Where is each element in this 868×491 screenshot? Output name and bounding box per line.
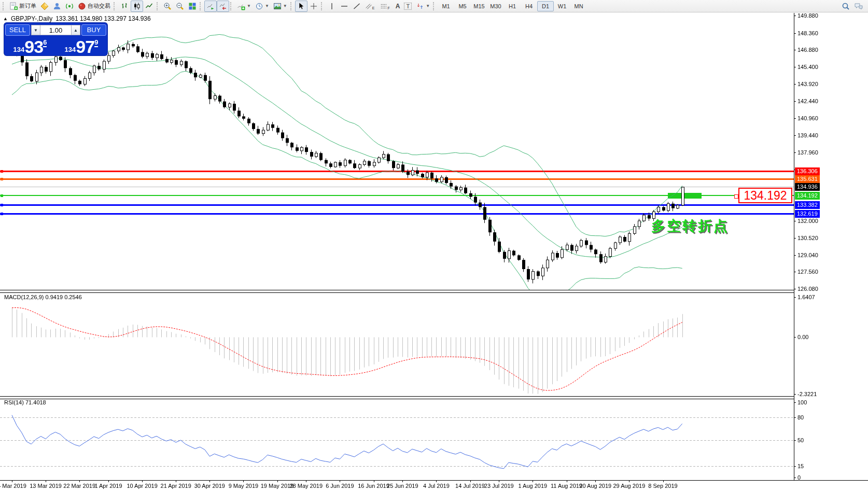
bar-chart-button[interactable] — [118, 1, 131, 12]
zoom-in-button[interactable] — [161, 1, 174, 12]
timeframe-button-m30[interactable]: M30 — [487, 1, 504, 11]
chart-title: ▲ GBPJPY-,Daily 133.361 134.980 133.297 … — [3, 15, 151, 22]
timeframe-button-m1[interactable]: M1 — [438, 1, 454, 11]
text-label-icon: T — [404, 3, 412, 10]
community-button[interactable] — [51, 1, 63, 12]
toolbar-grip[interactable] — [114, 2, 116, 10]
channel-button[interactable]: E — [363, 1, 379, 12]
price-callout[interactable]: 134.192 — [738, 188, 792, 203]
bar-chart-icon — [120, 2, 129, 10]
indicators-icon — [237, 2, 245, 10]
clock-icon — [255, 2, 263, 10]
sell-price[interactable]: 134 93 6 — [5, 37, 55, 55]
chart-shift-button[interactable] — [217, 1, 229, 12]
date-axis-tick-mark — [46, 481, 46, 482]
price-axis-tick: 140.960 — [797, 115, 818, 121]
date-axis-tick-mark — [402, 481, 403, 482]
toolbar: 新订单 自动交易 — [0, 0, 868, 12]
templates-button[interactable]: ▼ — [271, 1, 289, 12]
toolbar-grip[interactable] — [200, 2, 202, 10]
turning-point-annotation[interactable]: 多空转折点 — [651, 217, 729, 235]
date-axis-tick-mark — [499, 481, 499, 482]
line-anchor[interactable] — [1, 213, 3, 215]
rsi-axis-tick: 15 — [797, 463, 804, 469]
macd-name: MACD(12,26,9) — [4, 294, 44, 300]
timeframe-button-m5[interactable]: M5 — [454, 1, 471, 11]
trade-panel-price-row: 134 93 6 134 97 9 — [4, 36, 107, 56]
buy-price[interactable]: 134 97 9 — [57, 37, 106, 55]
line-anchor[interactable] — [1, 178, 3, 180]
text-label-button[interactable]: T — [402, 1, 414, 12]
date-axis-tick-mark — [108, 481, 109, 482]
cursor-button[interactable] — [295, 1, 307, 12]
date-axis-tick-mark — [306, 481, 306, 482]
vertical-line-button[interactable] — [326, 1, 338, 12]
date-axis-tick-mark — [436, 481, 437, 482]
chat-icon[interactable] — [854, 2, 863, 10]
periods-button[interactable]: ▼ — [253, 1, 271, 12]
zoom-out-button[interactable] — [174, 1, 186, 12]
price-level-tag: 134.936 — [795, 183, 820, 191]
new-order-icon — [9, 2, 18, 10]
buy-price-pips: 97 — [76, 38, 94, 55]
pane-separator-rsi[interactable] — [0, 396, 794, 399]
timeframe-button-w1[interactable]: W1 — [554, 1, 570, 11]
price-axis-tick: 139.440 — [797, 132, 818, 138]
callout-anchor[interactable] — [734, 194, 738, 199]
volume-up-button[interactable]: ▲ — [71, 25, 80, 35]
toolbar-right — [842, 2, 866, 10]
toolbar-grip[interactable] — [3, 2, 5, 10]
trendline-button[interactable] — [351, 1, 363, 12]
toolbar-grip[interactable] — [321, 2, 324, 10]
fibonacci-letter: F — [387, 6, 389, 10]
auto-scroll-button[interactable] — [204, 1, 217, 12]
volume-input[interactable]: 1.00 — [40, 25, 71, 35]
quotes-button[interactable] — [38, 1, 51, 12]
toolbar-grip[interactable] — [290, 2, 293, 10]
autotrading-button[interactable]: 自动交易 — [76, 1, 113, 12]
date-axis-tick-mark — [629, 481, 629, 482]
toolbar-grip[interactable] — [230, 2, 233, 10]
candlestick-icon — [133, 2, 141, 10]
search-icon[interactable] — [842, 2, 850, 10]
tile-windows-button[interactable] — [186, 1, 199, 12]
collapse-arrow-icon[interactable]: ▲ — [3, 16, 8, 21]
buy-button[interactable]: BUY — [81, 24, 106, 36]
new-order-button[interactable]: 新订单 — [7, 1, 38, 12]
timeframe-button-mn[interactable]: MN — [570, 1, 587, 11]
line-anchor[interactable] — [1, 194, 3, 197]
toolbar-grip[interactable] — [433, 2, 436, 10]
signals-button[interactable] — [63, 1, 76, 12]
sell-button[interactable]: SELL — [5, 24, 30, 36]
crosshair-button[interactable] — [307, 1, 320, 12]
candlestick-button[interactable] — [131, 1, 143, 12]
rsi-label: RSI(14) 71.4018 — [4, 399, 46, 405]
chart-canvas[interactable] — [0, 0, 868, 491]
toolbar-grip[interactable] — [157, 2, 159, 10]
timeframe-button-h4[interactable]: H4 — [521, 1, 537, 11]
arrows-button[interactable]: ▼ — [414, 1, 432, 12]
price-level-tag: 132.619 — [795, 210, 820, 218]
date-axis-tick-mark — [374, 481, 374, 482]
indicators-button[interactable]: ▼ — [235, 1, 253, 12]
line-chart-button[interactable] — [143, 1, 156, 12]
crosshair-icon — [310, 2, 318, 10]
price-level-tag: 136.306 — [795, 167, 820, 175]
timeframe-button-h1[interactable]: H1 — [504, 1, 521, 11]
chart-shift-icon — [219, 2, 227, 10]
timeframe-button-d1[interactable]: D1 — [537, 1, 554, 11]
timeframe-group: M1M5M15M30H1H4D1W1MN — [438, 1, 587, 11]
fibonacci-icon — [380, 2, 387, 10]
pane-separator-macd[interactable] — [0, 290, 794, 293]
line-anchor[interactable] — [1, 170, 3, 173]
text-tool-icon: A — [396, 3, 400, 10]
text-button[interactable]: A — [394, 1, 402, 12]
volume-down-button[interactable]: ▼ — [31, 25, 40, 35]
fibonacci-button[interactable]: F — [378, 1, 393, 12]
arrows-icon — [416, 2, 424, 10]
timeframe-button-m15[interactable]: M15 — [471, 1, 487, 11]
horizontal-line-button[interactable] — [338, 1, 351, 12]
price-axis-tick: 149.880 — [797, 12, 818, 19]
trade-panel-top-row: SELL ▼ 1.00 ▲ BUY — [4, 23, 107, 36]
line-anchor[interactable] — [1, 204, 3, 206]
